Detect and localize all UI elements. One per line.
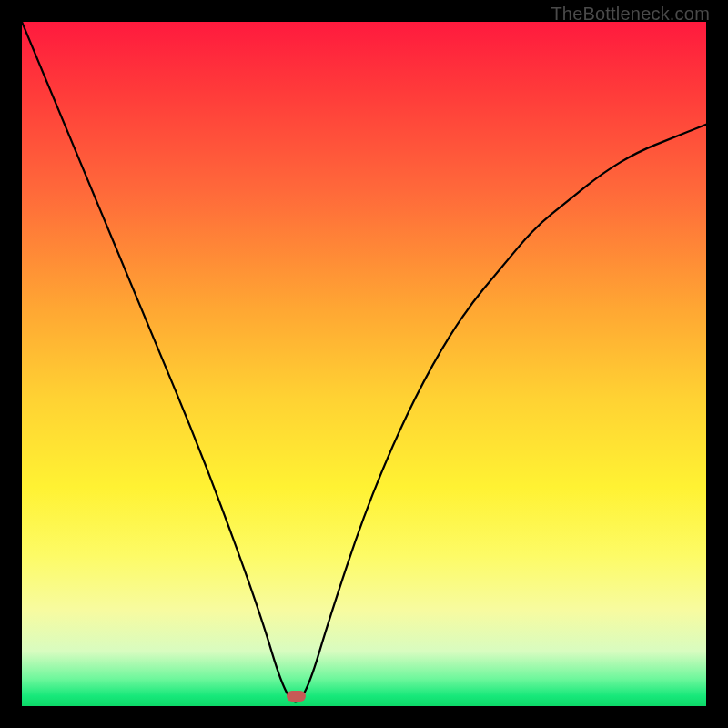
chart-plot-area [22,22,706,706]
optimum-marker [287,691,306,702]
attribution-text: TheBottleneck.com [551,4,710,25]
